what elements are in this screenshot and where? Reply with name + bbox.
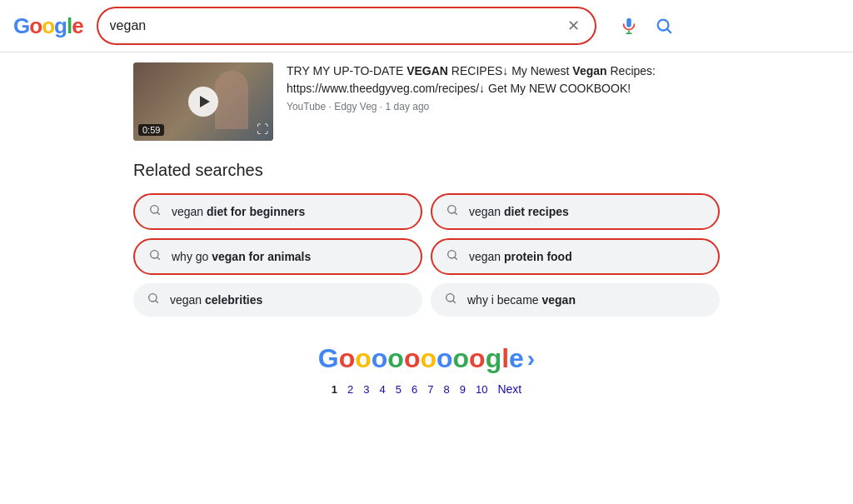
- pagination-numbers: 1 2 3 4 5 6 7 8 9 10 Next: [332, 382, 521, 396]
- video-title: TRY MY UP-TO-DATE VEGAN RECIPES↓ My Newe…: [287, 62, 720, 97]
- chip-text-1: vegan diet for beginners: [172, 205, 305, 218]
- clear-icon: ✕: [567, 17, 580, 35]
- svg-line-12: [455, 257, 457, 260]
- thumbnail-figure: [215, 71, 248, 129]
- svg-line-4: [667, 29, 671, 32]
- search-icon: [655, 17, 673, 35]
- chip-text-4: vegan protein food: [469, 250, 572, 263]
- chip-search-icon-5: [147, 292, 160, 308]
- header: Google ✕: [0, 0, 853, 52]
- main-content: 0:59 ⛶ TRY MY UP-TO-DATE VEGAN RECIPES↓ …: [0, 52, 853, 412]
- svg-line-14: [156, 301, 158, 303]
- svg-rect-0: [626, 18, 631, 27]
- page-10[interactable]: 10: [476, 383, 487, 396]
- svg-line-8: [455, 212, 457, 215]
- page-2[interactable]: 2: [347, 383, 353, 396]
- next-button[interactable]: Next: [497, 382, 521, 396]
- chip-search-icon-3: [148, 248, 162, 265]
- pagination-logo: Gooooooooogle ›: [318, 343, 535, 374]
- chip-search-icon-1: [148, 203, 162, 220]
- video-result: 0:59 ⛶ TRY MY UP-TO-DATE VEGAN RECIPES↓ …: [133, 62, 720, 141]
- chip-text-6: why i became vegan: [467, 293, 576, 307]
- page-1: 1: [332, 383, 337, 396]
- chip-text-2: vegan diet recipes: [469, 205, 569, 218]
- svg-line-10: [157, 257, 160, 260]
- page-8[interactable]: 8: [443, 383, 449, 396]
- expand-icon: ⛶: [257, 122, 268, 136]
- header-action-icons: [616, 13, 676, 38]
- search-bar[interactable]: ✕: [97, 7, 596, 45]
- svg-line-6: [157, 212, 160, 215]
- search-input[interactable]: [110, 18, 557, 33]
- search-chip-vegan-diet-recipes[interactable]: vegan diet recipes: [431, 193, 720, 230]
- video-title-prefix: TRY MY UP-TO-DATE: [287, 64, 407, 77]
- chip-search-icon-2: [446, 203, 459, 220]
- page-9[interactable]: 9: [460, 383, 466, 396]
- page-6[interactable]: 6: [412, 383, 417, 396]
- page-4[interactable]: 4: [380, 383, 386, 396]
- search-chip-why-go-vegan-animals[interactable]: why go vegan for animals: [133, 238, 422, 275]
- chip-text-3: why go vegan for animals: [172, 250, 311, 263]
- search-chip-vegan-diet-beginners[interactable]: vegan diet for beginners: [133, 193, 422, 230]
- pagination-chevron: ›: [527, 346, 535, 372]
- chip-search-icon-6: [444, 292, 457, 308]
- mic-button[interactable]: [616, 13, 641, 38]
- related-searches-section: Related searches vegan diet for beginner…: [133, 161, 720, 317]
- video-thumbnail[interactable]: 0:59 ⛶: [133, 62, 273, 141]
- svg-line-16: [453, 301, 456, 303]
- search-button[interactable]: [651, 13, 676, 38]
- page-7[interactable]: 7: [427, 383, 433, 396]
- page-5[interactable]: 5: [396, 383, 402, 396]
- search-chip-vegan-celebrities[interactable]: vegan celebrities: [133, 283, 422, 317]
- search-chip-why-i-became-vegan[interactable]: why i became vegan: [431, 283, 720, 317]
- google-logo: Google: [13, 13, 83, 39]
- search-chip-vegan-protein-food[interactable]: vegan protein food: [431, 238, 720, 275]
- clear-button[interactable]: ✕: [564, 13, 583, 38]
- related-searches-title: Related searches: [133, 161, 720, 180]
- video-title-mid: RECIPES↓ My Newest: [448, 64, 572, 77]
- page-3[interactable]: 3: [363, 383, 369, 396]
- search-chips-grid: vegan diet for beginners vegan diet reci…: [133, 193, 720, 317]
- video-duration: 0:59: [138, 124, 164, 136]
- pagination-section: Gooooooooogle › 1 2 3 4 5 6 7 8 9 10 Nex…: [133, 343, 720, 396]
- video-title-bold2: Vegan: [572, 64, 606, 77]
- mic-icon: [620, 17, 638, 35]
- chip-text-5: vegan celebrities: [170, 293, 262, 307]
- chip-search-icon-4: [446, 248, 459, 265]
- video-title-bold1: VEGAN: [407, 64, 448, 77]
- video-source: YouTube · Edgy Veg · 1 day ago: [287, 101, 720, 112]
- play-button[interactable]: [188, 87, 218, 117]
- video-info: TRY MY UP-TO-DATE VEGAN RECIPES↓ My Newe…: [287, 62, 720, 112]
